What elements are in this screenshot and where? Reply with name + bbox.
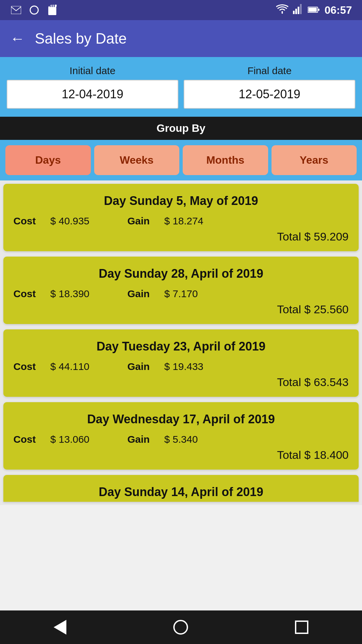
final-date-input[interactable]: 12-05-2019 <box>184 80 355 109</box>
sync-icon <box>28 4 40 16</box>
nav-recent-icon <box>295 621 308 634</box>
sale-card-0: Day Sunday 5, May of 2019 Cost $ 40.935 … <box>3 184 359 251</box>
svg-rect-6 <box>54 5 55 7</box>
group-btn-days[interactable]: Days <box>5 145 91 175</box>
sale-card-1-total: Total $ 25.560 <box>13 303 349 316</box>
sale-card-2-cost-label: Cost <box>13 361 47 372</box>
group-btn-months[interactable]: Months <box>183 145 268 175</box>
sale-card-0-row: Cost $ 40.935 Gain $ 18.274 <box>13 215 349 227</box>
sale-card-3-row: Cost $ 13.060 Gain $ 5.340 <box>13 434 349 445</box>
sale-card-3: Day Wednesday 17, April of 2019 Cost $ 1… <box>3 402 359 470</box>
group-btn-years[interactable]: Years <box>272 145 357 175</box>
svg-rect-2 <box>48 7 56 15</box>
group-by-label: Group By <box>157 122 205 134</box>
svg-rect-0 <box>11 6 21 14</box>
svg-point-1 <box>30 6 38 14</box>
sale-card-2-total: Total $ 63.543 <box>13 376 349 389</box>
sale-card-0-cost-label: Cost <box>13 215 47 227</box>
sale-card-2-row: Cost $ 44.110 Gain $ 19.433 <box>13 361 349 372</box>
svg-rect-12 <box>308 8 317 12</box>
status-icons-left <box>10 4 58 16</box>
sale-card-1: Day Sunday 28, April of 2019 Cost $ 18.3… <box>3 257 359 324</box>
sale-card-partial: Day Sunday 14, April of 2019 <box>3 475 359 502</box>
svg-rect-5 <box>52 5 53 7</box>
svg-rect-8 <box>295 9 297 14</box>
sale-card-3-title: Day Wednesday 17, April of 2019 <box>13 412 349 426</box>
nav-back-button[interactable] <box>54 620 66 635</box>
group-btn-weeks[interactable]: Weeks <box>94 145 180 175</box>
page-title: Sales by Date <box>35 30 127 47</box>
sale-card-3-cost-value: $ 13.060 <box>47 434 127 445</box>
svg-rect-7 <box>293 11 295 14</box>
sale-card-3-total: Total $ 18.400 <box>13 448 349 462</box>
nav-bar <box>0 610 362 644</box>
gmail-icon <box>10 4 22 16</box>
sale-card-2-gain-label: Gain <box>127 361 161 372</box>
initial-date-field: Initial date 12-04-2019 <box>7 65 178 109</box>
nav-home-icon <box>173 620 188 635</box>
sale-card-3-gain-value: $ 5.340 <box>161 434 198 445</box>
battery-icon <box>308 5 320 15</box>
sales-list: Day Sunday 5, May of 2019 Cost $ 40.935 … <box>0 180 362 505</box>
svg-rect-13 <box>318 9 319 11</box>
final-date-field: Final date 12-05-2019 <box>184 65 355 109</box>
sale-card-1-row: Cost $ 18.390 Gain $ 7.170 <box>13 288 349 300</box>
sale-card-1-cost-value: $ 18.390 <box>47 288 127 300</box>
initial-date-input[interactable]: 12-04-2019 <box>7 80 178 109</box>
status-bar: 06:57 <box>0 0 362 20</box>
sale-card-0-gain-label: Gain <box>127 215 161 227</box>
sale-card-partial-title: Day Sunday 14, April of 2019 <box>13 485 349 499</box>
status-icons-right: 06:57 <box>276 4 352 16</box>
wifi-icon <box>276 4 288 16</box>
sd-card-icon <box>46 4 58 16</box>
sale-card-1-cost-label: Cost <box>13 288 47 300</box>
sale-card-0-total: Total $ 59.209 <box>13 230 349 243</box>
sale-card-2-title: Day Tuesday 23, April of 2019 <box>13 339 349 354</box>
svg-rect-10 <box>300 4 302 14</box>
final-date-label: Final date <box>184 65 355 76</box>
group-by-bar: Group By <box>0 117 362 140</box>
date-section: Initial date 12-04-2019 Final date 12-05… <box>0 57 362 117</box>
sale-card-3-cost-label: Cost <box>13 434 47 445</box>
time-display: 06:57 <box>324 4 352 16</box>
sale-card-3-gain-label: Gain <box>127 434 161 445</box>
nav-home-button[interactable] <box>173 620 188 635</box>
group-buttons-container: Days Weeks Months Years <box>0 140 362 180</box>
svg-rect-9 <box>298 7 299 14</box>
sale-card-1-title: Day Sunday 28, April of 2019 <box>13 267 349 281</box>
svg-rect-4 <box>50 5 51 7</box>
nav-back-icon <box>54 620 66 635</box>
sale-card-0-cost-value: $ 40.935 <box>47 215 127 227</box>
initial-date-label: Initial date <box>7 65 178 76</box>
app-header: ← Sales by Date <box>0 20 362 57</box>
sale-card-2: Day Tuesday 23, April of 2019 Cost $ 44.… <box>3 329 359 397</box>
nav-recent-button[interactable] <box>295 621 308 634</box>
sale-card-0-gain-value: $ 18.274 <box>161 215 203 227</box>
sale-card-0-title: Day Sunday 5, May of 2019 <box>13 194 349 208</box>
sale-card-2-cost-value: $ 44.110 <box>47 361 127 372</box>
back-button[interactable]: ← <box>10 30 25 47</box>
sale-card-2-gain-value: $ 19.433 <box>161 361 203 372</box>
sale-card-1-gain-value: $ 7.170 <box>161 288 198 300</box>
signal-icon <box>293 4 303 16</box>
sale-card-1-gain-label: Gain <box>127 288 161 300</box>
